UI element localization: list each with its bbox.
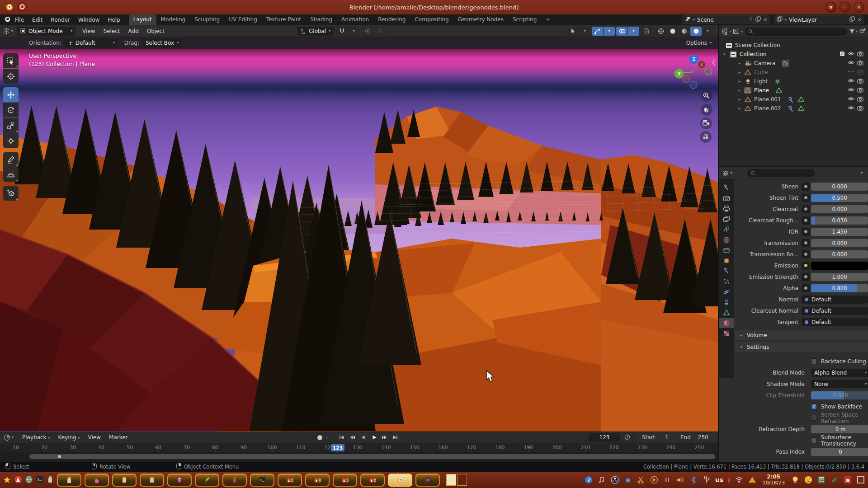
properties-tab-collection[interactable] [719, 245, 734, 255]
workspace-2[interactable] [457, 474, 467, 486]
add-workspace-button[interactable]: + [541, 14, 555, 25]
blender-menu-logo-icon[interactable] [4, 15, 11, 24]
playback-jump-end-button[interactable] [391, 433, 401, 441]
tool-move-button[interactable] [3, 87, 19, 102]
tray-calculator-icon[interactable] [817, 475, 826, 484]
viewport-3d[interactable]: Orientation: Default ▾ Drag: Select Box … [0, 37, 718, 432]
value-slider[interactable]: 1.450 [811, 228, 868, 236]
taskbar-button-pink-hand-app[interactable] [85, 474, 109, 487]
menu-star-icon[interactable]: ★ [3, 474, 11, 485]
outliner-item-camera[interactable]: ▸Camera [719, 59, 868, 68]
tab-modeling[interactable]: Modeling [156, 14, 190, 25]
mesh-data-icon[interactable] [797, 97, 805, 102]
properties-tab-scene[interactable] [719, 225, 734, 235]
shading-wireframe-button[interactable] [655, 27, 666, 36]
timeline-menu-view[interactable]: View [84, 434, 105, 441]
editor-type-button[interactable]: ▾ [3, 28, 13, 35]
tray-music-note-icon[interactable] [597, 475, 606, 484]
properties-tab-material[interactable] [719, 318, 734, 328]
tray-lamp-icon[interactable] [791, 475, 800, 484]
refraction-depth-field[interactable]: 0 m [811, 425, 868, 433]
tool-select-box-button[interactable] [3, 53, 19, 68]
usb-launcher-icon[interactable] [47, 475, 54, 485]
tool-cursor-button[interactable] [3, 69, 19, 84]
preview-range-icon[interactable] [624, 433, 631, 441]
panel-volume[interactable]: ▸Volume [735, 330, 868, 340]
properties-tab-physics[interactable] [719, 287, 734, 297]
playback-play-button[interactable] [369, 433, 379, 441]
socket-default-field[interactable]: Default [802, 296, 868, 304]
tray-blue-dot-icon[interactable] [623, 475, 632, 484]
hide-icon[interactable] [848, 78, 854, 85]
taskbar-button-blender-active[interactable] [388, 474, 412, 487]
taskbar-button-usb-app[interactable] [57, 474, 81, 487]
tray-wifi-icon[interactable] [735, 475, 744, 484]
properties-tab-object[interactable] [719, 256, 734, 266]
collection-checkbox[interactable]: ✓ [840, 51, 845, 56]
tool-scale-button[interactable] [3, 118, 19, 133]
tool-add-cube-button[interactable] [3, 186, 19, 201]
tray-leaf-icon[interactable] [830, 475, 839, 484]
pin-icon[interactable] [748, 17, 753, 23]
tray-play-circle-icon[interactable] [650, 475, 659, 484]
playback-prev-key-button[interactable] [347, 433, 357, 441]
socket-default-field[interactable]: Default [802, 307, 868, 315]
copy-icon[interactable] [849, 16, 855, 23]
light-data-icon[interactable] [774, 78, 781, 84]
tool-rotate-button[interactable] [3, 103, 19, 117]
outliner-collection[interactable]: ▾Collection✓ [719, 50, 868, 59]
snap-options-dropdown[interactable]: ▾ [348, 27, 359, 36]
copy-icon[interactable] [755, 16, 761, 23]
anim-decorator[interactable] [802, 228, 810, 236]
anim-decorator[interactable] [802, 250, 810, 258]
tab-rendering[interactable]: Rendering [373, 14, 410, 25]
timeline-menu-keying[interactable]: Keying ▾ [54, 434, 84, 441]
outliner-item-plane.001[interactable]: ▸Plane.001 [719, 95, 868, 104]
anim-decorator[interactable] [802, 273, 810, 281]
taskbar-button-pen-app[interactable] [195, 474, 219, 487]
shading-material-button[interactable] [679, 27, 690, 36]
taskbar-button-vlc-sound-app[interactable] [305, 474, 330, 487]
value-slider[interactable]: 0.000 [811, 183, 868, 191]
properties-editor-type-button[interactable]: ▾ [722, 170, 732, 177]
tray-info-icon[interactable]: i [584, 475, 593, 484]
taskbar-button-vlc-sound-app[interactable] [360, 474, 385, 487]
hide-icon[interactable] [848, 87, 854, 94]
orientation-default-dropdown[interactable]: Default ▾ [65, 38, 118, 47]
terminal-launcher-icon[interactable] [36, 475, 44, 485]
end-frame-field[interactable]: 250 [698, 434, 708, 441]
anim-decorator[interactable] [802, 284, 810, 292]
properties-options-chevron[interactable]: ▾ [861, 171, 863, 175]
selectability-visibility-dropdown[interactable] [567, 27, 579, 36]
tool-transform-button[interactable] [3, 133, 19, 148]
render-visibility-icon[interactable] [857, 87, 863, 94]
show-overlays-toggle[interactable] [616, 27, 627, 36]
mesh-data-icon[interactable] [797, 106, 805, 111]
tab-geometry-nodes[interactable]: Geometry Nodes [453, 14, 508, 25]
viewport-menu-object[interactable]: Object [143, 28, 169, 34]
outliner-item-cube[interactable]: ▸Cube [719, 68, 868, 77]
tab-shading[interactable]: Shading [306, 14, 337, 25]
timeline-track[interactable] [0, 452, 718, 462]
render-visibility-icon[interactable] [857, 105, 863, 112]
timeline-scrollbar[interactable] [29, 454, 715, 459]
blend-mode-dropdown[interactable]: Alpha Blend▾ [811, 369, 868, 377]
tray-scissors-icon[interactable] [637, 475, 646, 484]
scene-selector[interactable]: ▾ Scene ✕ [682, 15, 770, 24]
outliner-item-plane.002[interactable]: ▸Plane.002 [719, 104, 868, 113]
anim-decorator[interactable] [802, 194, 810, 202]
properties-tab-tool[interactable] [719, 183, 734, 193]
panel-settings[interactable]: ▾Settings [735, 342, 868, 352]
show-gizmo-toggle[interactable] [592, 27, 603, 36]
timeline-menu-marker[interactable]: Marker [105, 434, 132, 441]
taskbar-button-vlc-sound-app[interactable] [333, 474, 357, 487]
value-slider[interactable]: 0.000 [811, 205, 868, 213]
tray-keyboard-layout[interactable]: us [715, 476, 723, 483]
value-slider[interactable]: 0.000 [811, 239, 868, 247]
workspace-1[interactable] [446, 474, 456, 486]
tab-texture-paint[interactable]: Texture Paint [262, 14, 306, 25]
outliner-item-plane[interactable]: ▸Plane [719, 86, 868, 95]
keying-set-icon[interactable]: ▾ [326, 434, 328, 441]
disable-render-icon[interactable] [857, 69, 863, 76]
shading-options-dropdown[interactable]: ▾ [702, 27, 713, 36]
